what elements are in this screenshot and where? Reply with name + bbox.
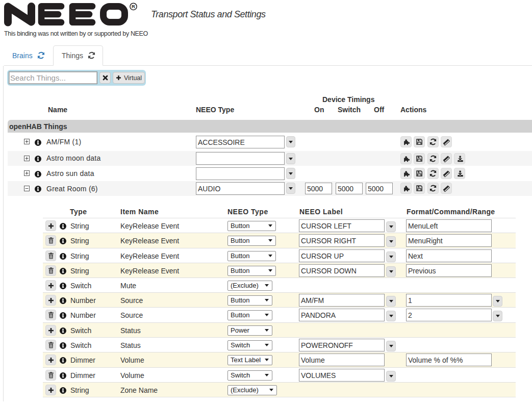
svg-text:R: R [132, 4, 135, 9]
